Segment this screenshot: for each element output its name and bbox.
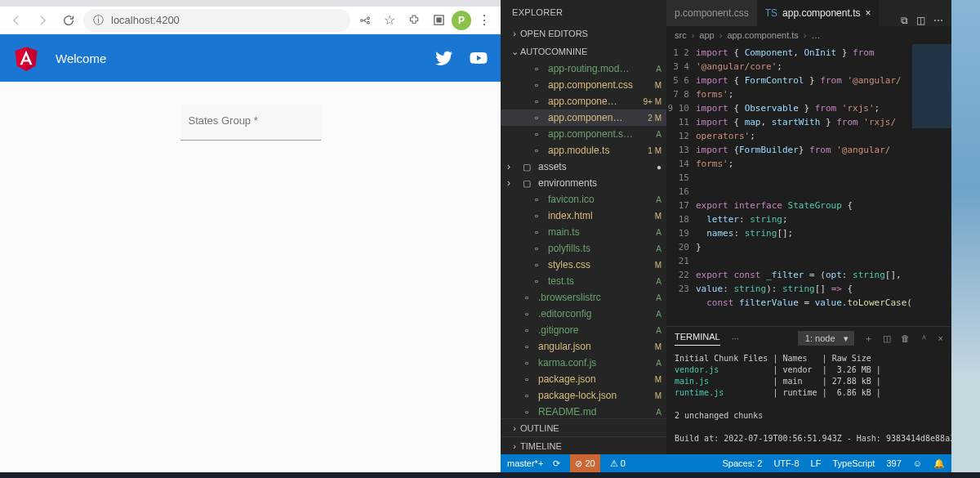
file-label: assets <box>538 161 666 172</box>
tab-css[interactable]: p.component.css <box>666 0 757 26</box>
tree-file[interactable]: ▫styles.cssM <box>501 257 666 273</box>
open-editors-section[interactable]: › OPEN EDITORS <box>501 25 666 42</box>
file-label: app.component.s… <box>548 128 666 140</box>
linecol-indicator[interactable]: 397 <box>886 458 901 468</box>
youtube-icon[interactable] <box>470 49 488 67</box>
git-status-badge: A <box>656 277 662 286</box>
new-terminal-icon[interactable]: ＋ <box>864 333 873 345</box>
tree-file[interactable]: ▫package.jsonM <box>501 371 666 387</box>
tree-file[interactable]: ▫karma.conf.jsA <box>501 355 666 371</box>
tree-file[interactable]: ▫app.module.ts1 M <box>501 142 666 159</box>
chevron-right-icon: › <box>507 161 510 172</box>
tree-file[interactable]: ▫app.componen…2 M <box>501 109 666 126</box>
git-status-badge: M <box>655 261 662 270</box>
timeline-section[interactable]: › TIMELINE <box>501 436 666 454</box>
compare-changes-icon[interactable]: ⧉ <box>901 15 908 26</box>
sync-icon[interactable]: ⟳ <box>553 458 560 469</box>
tree-file[interactable]: ▫angular.jsonM <box>501 338 666 355</box>
tree-file[interactable]: ▫.editorconfigA <box>501 306 666 322</box>
encoding-indicator[interactable]: UTF-8 <box>773 458 799 468</box>
file-icon: ▫ <box>530 96 543 106</box>
back-button[interactable] <box>5 9 28 32</box>
states-group-input[interactable]: States Group * <box>180 105 321 141</box>
git-status-badge: M <box>655 342 662 351</box>
tree-file[interactable]: ▫app.component.s…A <box>501 126 666 142</box>
errors-indicator[interactable]: ⊘ 20 <box>570 454 599 472</box>
tree-file[interactable]: ▫README.mdA <box>501 404 666 418</box>
file-label: karma.conf.js <box>538 357 666 369</box>
close-panel-icon[interactable]: × <box>938 333 943 343</box>
code-editor[interactable]: import { Component, OnInit } from '@angu… <box>696 44 912 326</box>
crumb[interactable]: app.component.ts <box>727 30 798 40</box>
address-bar[interactable]: ⓘ localhost:4200 <box>83 9 350 32</box>
tree-file[interactable]: ▫app.compone…9+ M <box>501 93 666 109</box>
tab-label: p.component.css <box>675 7 749 19</box>
tree-file[interactable]: ▫favicon.icoA <box>501 191 666 208</box>
warnings-indicator[interactable]: ⚠ 0 <box>610 458 626 469</box>
crumb[interactable]: src <box>675 30 687 40</box>
tree-file[interactable]: ▫app-routing.mod…A <box>501 60 666 77</box>
project-section[interactable]: ⌄ AUTOCOMNINE <box>501 42 666 60</box>
notifications-icon[interactable]: 🔔 <box>933 458 945 469</box>
breadcrumb[interactable]: src›app›app.component.ts›… <box>666 26 951 44</box>
kill-terminal-icon[interactable]: 🗑 <box>901 333 910 343</box>
tree-folder[interactable]: ›▢assets● <box>501 159 666 175</box>
eol-indicator[interactable]: LF <box>811 458 822 468</box>
terminal-more-icon[interactable]: ··· <box>732 333 739 343</box>
crumb[interactable]: app <box>699 30 714 40</box>
terminal-output[interactable]: Initial Chunk Files | Names | Raw Size v… <box>666 350 951 454</box>
tree-file[interactable]: ▫package-lock.jsonM <box>501 387 666 404</box>
split-editor-icon[interactable]: ◫ <box>916 15 925 26</box>
chrome-tabstrip[interactable] <box>0 0 501 7</box>
profile-avatar[interactable]: P <box>452 11 471 30</box>
reload-button[interactable] <box>57 9 80 32</box>
language-indicator[interactable]: TypeScript <box>832 458 875 468</box>
more-icon[interactable]: ⋯ <box>933 15 943 26</box>
file-icon: ▫ <box>520 407 533 417</box>
crumb[interactable]: … <box>812 30 821 40</box>
git-status-badge: M <box>655 81 662 90</box>
share-icon[interactable] <box>354 9 376 32</box>
git-status-badge: M <box>655 375 662 384</box>
tab-ts[interactable]: TS app.component.ts × <box>757 0 880 26</box>
tree-file[interactable]: ▫.gitignoreA <box>501 322 666 338</box>
reading-mode-icon[interactable] <box>427 9 450 32</box>
git-status-badge: A <box>656 130 662 139</box>
chrome-menu-icon[interactable]: ⋮ <box>473 9 496 32</box>
file-label: main.ts <box>548 226 666 238</box>
tree-file[interactable]: ▫index.htmlM <box>501 208 666 224</box>
git-status-badge: M <box>655 391 662 400</box>
bookmark-icon[interactable]: ☆ <box>378 9 401 32</box>
extensions-icon[interactable] <box>403 9 425 32</box>
minimap[interactable] <box>912 44 951 326</box>
file-label: package.json <box>538 373 666 385</box>
tree-folder[interactable]: ›▢environments <box>501 175 666 191</box>
tree-file[interactable]: ▫.browserslistrcA <box>501 289 666 306</box>
terminal-tab[interactable]: TERMINAL <box>675 332 720 346</box>
maximize-panel-icon[interactable]: ＾ <box>920 333 929 345</box>
close-icon[interactable]: × <box>865 7 871 19</box>
feedback-icon[interactable]: ☺ <box>913 458 922 468</box>
timeline-label: TIMELINE <box>520 441 562 451</box>
site-info-icon[interactable]: ⓘ <box>91 13 105 28</box>
split-terminal-icon[interactable]: ◫ <box>883 333 891 344</box>
twitter-icon[interactable] <box>435 49 453 67</box>
file-icon: ▫ <box>530 64 543 74</box>
windows-taskbar[interactable] <box>0 472 980 478</box>
outline-section[interactable]: › OUTLINE <box>501 418 666 436</box>
tree-file[interactable]: ▫polyfills.tsA <box>501 240 666 257</box>
git-status-badge: A <box>656 228 662 237</box>
tree-file[interactable]: ▫test.tsA <box>501 273 666 289</box>
file-icon: ▫ <box>520 309 533 319</box>
tree-file[interactable]: ▫app.component.cssM <box>501 77 666 93</box>
branch-indicator[interactable]: master*+ <box>507 458 543 468</box>
git-status-badge: A <box>656 244 662 253</box>
file-label: test.ts <box>548 275 666 287</box>
forward-button[interactable] <box>31 9 54 32</box>
tree-file[interactable]: ▫main.tsA <box>501 224 666 240</box>
git-status-badge: A <box>656 359 662 368</box>
terminal-dropdown[interactable]: 1: node <box>798 331 854 346</box>
spaces-indicator[interactable]: Spaces: 2 <box>723 458 763 468</box>
explorer-title: EXPLORER <box>501 0 666 25</box>
open-editors-label: OPEN EDITORS <box>520 29 588 38</box>
